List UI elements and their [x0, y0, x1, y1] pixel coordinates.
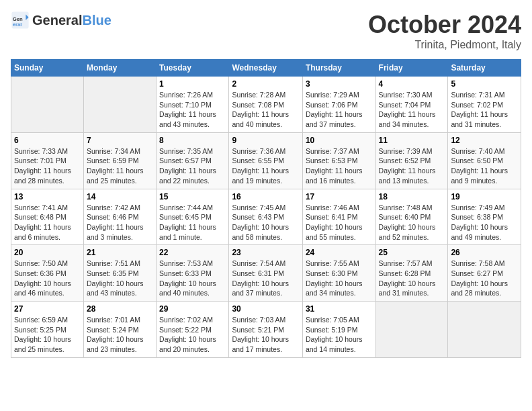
- calendar-cell: 24Sunrise: 7:55 AMSunset: 6:30 PMDayligh…: [302, 245, 375, 302]
- calendar-cell: 27Sunrise: 6:59 AMSunset: 5:25 PMDayligh…: [11, 302, 84, 358]
- day-number: 24: [306, 248, 373, 257]
- day-info: Sunrise: 7:37 AMSunset: 6:53 PMDaylight:…: [306, 146, 373, 186]
- day-number: 19: [451, 192, 518, 201]
- calendar-cell: 18Sunrise: 7:48 AMSunset: 6:40 PMDayligh…: [375, 189, 448, 245]
- calendar-cell: 25Sunrise: 7:57 AMSunset: 6:28 PMDayligh…: [375, 245, 448, 302]
- day-number: 26: [451, 248, 518, 257]
- day-number: 1: [159, 79, 226, 89]
- day-number: 22: [159, 248, 226, 257]
- day-info: Sunrise: 7:46 AMSunset: 6:41 PMDaylight:…: [306, 203, 373, 242]
- day-info: Sunrise: 7:40 AMSunset: 6:50 PMDaylight:…: [451, 146, 518, 186]
- day-info: Sunrise: 7:50 AMSunset: 6:36 PMDaylight:…: [14, 259, 81, 298]
- calendar-body: 1Sunrise: 7:26 AMSunset: 7:10 PMDaylight…: [11, 77, 521, 358]
- calendar-cell: 12Sunrise: 7:40 AMSunset: 6:50 PMDayligh…: [448, 132, 521, 189]
- day-number: 15: [159, 192, 226, 201]
- day-info: Sunrise: 7:36 AMSunset: 6:55 PMDaylight:…: [232, 146, 300, 186]
- calendar-cell: [375, 302, 448, 358]
- day-number: 27: [14, 304, 81, 314]
- day-info: Sunrise: 7:03 AMSunset: 5:21 PMDaylight:…: [232, 315, 300, 355]
- calendar-week-row: 1Sunrise: 7:26 AMSunset: 7:10 PMDaylight…: [11, 77, 521, 133]
- day-number: 8: [159, 136, 226, 145]
- day-info: Sunrise: 7:31 AMSunset: 7:02 PMDaylight:…: [451, 90, 518, 130]
- weekday-header: Thursday: [302, 60, 375, 77]
- calendar-cell: 6Sunrise: 7:33 AMSunset: 7:01 PMDaylight…: [11, 132, 84, 189]
- weekday-header: Wednesday: [229, 60, 303, 77]
- calendar-table: SundayMondayTuesdayWednesdayThursdayFrid…: [11, 59, 521, 358]
- calendar-week-row: 6Sunrise: 7:33 AMSunset: 7:01 PMDaylight…: [11, 132, 521, 189]
- calendar-cell: [83, 77, 156, 133]
- day-info: Sunrise: 6:59 AMSunset: 5:25 PMDaylight:…: [14, 315, 81, 355]
- weekday-header-row: SundayMondayTuesdayWednesdayThursdayFrid…: [11, 60, 521, 77]
- calendar-cell: 22Sunrise: 7:53 AMSunset: 6:33 PMDayligh…: [157, 245, 229, 302]
- day-info: Sunrise: 7:58 AMSunset: 6:27 PMDaylight:…: [451, 259, 518, 298]
- month-title: October 2024: [368, 11, 521, 39]
- day-number: 5: [451, 79, 518, 89]
- day-info: Sunrise: 7:48 AMSunset: 6:40 PMDaylight:…: [379, 203, 445, 242]
- logo: Gen eral GeneralBlue: [11, 11, 112, 30]
- calendar-cell: 30Sunrise: 7:03 AMSunset: 5:21 PMDayligh…: [229, 302, 303, 358]
- day-info: Sunrise: 7:30 AMSunset: 7:04 PMDaylight:…: [379, 90, 445, 130]
- calendar-cell: 19Sunrise: 7:49 AMSunset: 6:38 PMDayligh…: [448, 189, 521, 245]
- calendar-cell: 15Sunrise: 7:44 AMSunset: 6:45 PMDayligh…: [157, 189, 229, 245]
- calendar-cell: 17Sunrise: 7:46 AMSunset: 6:41 PMDayligh…: [302, 189, 375, 245]
- day-number: 6: [14, 136, 81, 145]
- weekday-header: Monday: [83, 60, 156, 77]
- weekday-header: Friday: [375, 60, 448, 77]
- day-number: 3: [306, 79, 373, 89]
- logo-wordmark: GeneralBlue: [32, 13, 112, 28]
- logo-icon: Gen eral: [11, 11, 30, 30]
- day-number: 31: [306, 304, 373, 314]
- calendar-cell: 7Sunrise: 7:34 AMSunset: 6:59 PMDaylight…: [83, 132, 156, 189]
- calendar-cell: 11Sunrise: 7:39 AMSunset: 6:52 PMDayligh…: [375, 132, 448, 189]
- day-info: Sunrise: 7:39 AMSunset: 6:52 PMDaylight:…: [379, 146, 445, 186]
- title-block: October 2024 Trinita, Piedmont, Italy: [368, 11, 521, 51]
- day-number: 16: [232, 192, 300, 201]
- calendar-cell: 16Sunrise: 7:45 AMSunset: 6:43 PMDayligh…: [229, 189, 303, 245]
- page-header: Gen eral GeneralBlue October 2024 Trinit…: [11, 11, 521, 51]
- calendar-week-row: 27Sunrise: 6:59 AMSunset: 5:25 PMDayligh…: [11, 302, 521, 358]
- day-info: Sunrise: 7:51 AMSunset: 6:35 PMDaylight:…: [87, 259, 153, 298]
- calendar-cell: 31Sunrise: 7:05 AMSunset: 5:19 PMDayligh…: [302, 302, 375, 358]
- calendar-cell: [11, 77, 84, 133]
- day-info: Sunrise: 7:02 AMSunset: 5:22 PMDaylight:…: [159, 315, 226, 355]
- calendar-week-row: 13Sunrise: 7:41 AMSunset: 6:48 PMDayligh…: [11, 189, 521, 245]
- day-number: 4: [379, 79, 445, 89]
- logo-blue-text: Blue: [82, 13, 111, 28]
- day-number: 20: [14, 248, 81, 257]
- day-info: Sunrise: 7:45 AMSunset: 6:43 PMDaylight:…: [232, 203, 300, 242]
- day-info: Sunrise: 7:33 AMSunset: 7:01 PMDaylight:…: [14, 146, 81, 186]
- day-number: 10: [306, 136, 373, 145]
- weekday-header: Sunday: [11, 60, 84, 77]
- calendar-cell: 9Sunrise: 7:36 AMSunset: 6:55 PMDaylight…: [229, 132, 303, 189]
- day-info: Sunrise: 7:42 AMSunset: 6:46 PMDaylight:…: [87, 203, 153, 242]
- day-number: 7: [87, 136, 153, 145]
- day-info: Sunrise: 7:28 AMSunset: 7:08 PMDaylight:…: [232, 90, 300, 130]
- day-number: 2: [232, 79, 300, 89]
- calendar-header: SundayMondayTuesdayWednesdayThursdayFrid…: [11, 60, 521, 77]
- calendar-cell: 26Sunrise: 7:58 AMSunset: 6:27 PMDayligh…: [448, 245, 521, 302]
- day-info: Sunrise: 7:41 AMSunset: 6:48 PMDaylight:…: [14, 203, 81, 242]
- day-info: Sunrise: 7:01 AMSunset: 5:24 PMDaylight:…: [87, 315, 153, 355]
- day-number: 17: [306, 192, 373, 201]
- day-info: Sunrise: 7:53 AMSunset: 6:33 PMDaylight:…: [159, 259, 226, 298]
- day-number: 13: [14, 192, 81, 201]
- day-number: 11: [379, 136, 445, 145]
- location-title: Trinita, Piedmont, Italy: [368, 39, 521, 51]
- day-info: Sunrise: 7:29 AMSunset: 7:06 PMDaylight:…: [306, 90, 373, 130]
- day-info: Sunrise: 7:54 AMSunset: 6:31 PMDaylight:…: [232, 259, 300, 298]
- calendar-cell: 20Sunrise: 7:50 AMSunset: 6:36 PMDayligh…: [11, 245, 84, 302]
- day-number: 12: [451, 136, 518, 145]
- calendar-cell: 2Sunrise: 7:28 AMSunset: 7:08 PMDaylight…: [229, 77, 303, 133]
- calendar-cell: 8Sunrise: 7:35 AMSunset: 6:57 PMDaylight…: [157, 132, 229, 189]
- day-number: 18: [379, 192, 445, 201]
- day-number: 30: [232, 304, 300, 314]
- day-info: Sunrise: 7:35 AMSunset: 6:57 PMDaylight:…: [159, 146, 226, 186]
- calendar-cell: 13Sunrise: 7:41 AMSunset: 6:48 PMDayligh…: [11, 189, 84, 245]
- day-info: Sunrise: 7:55 AMSunset: 6:30 PMDaylight:…: [306, 259, 373, 298]
- calendar-cell: 14Sunrise: 7:42 AMSunset: 6:46 PMDayligh…: [83, 189, 156, 245]
- calendar-cell: 29Sunrise: 7:02 AMSunset: 5:22 PMDayligh…: [157, 302, 229, 358]
- calendar-cell: 5Sunrise: 7:31 AMSunset: 7:02 PMDaylight…: [448, 77, 521, 133]
- day-number: 28: [87, 304, 153, 314]
- weekday-header: Tuesday: [157, 60, 229, 77]
- calendar-cell: 3Sunrise: 7:29 AMSunset: 7:06 PMDaylight…: [302, 77, 375, 133]
